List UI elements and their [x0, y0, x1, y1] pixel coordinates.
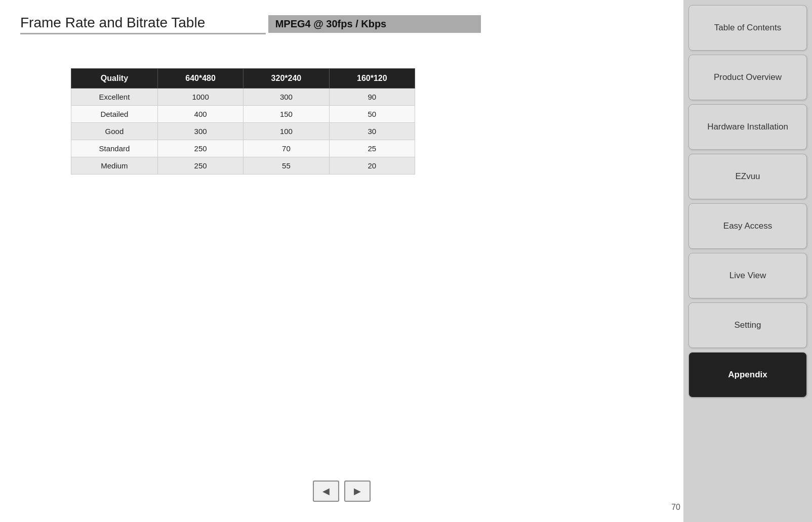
table-row: Good30010030 [71, 123, 415, 140]
main-content: Frame Rate and Bitrate Table MPEG4 @ 30f… [0, 0, 683, 522]
table-cell: Detailed [71, 106, 158, 123]
table-cell: Medium [71, 157, 158, 175]
sidebar: Table of ContentsProduct OverviewHardwar… [683, 0, 812, 522]
prev-button[interactable]: ◀ [313, 481, 339, 502]
table-row: Standard2507025 [71, 140, 415, 157]
sidebar-btn-hardware-installation[interactable]: Hardware Installation [688, 104, 807, 150]
sidebar-btn-appendix[interactable]: Appendix [688, 352, 807, 398]
nav-buttons: ◀ ▶ [313, 481, 371, 502]
sidebar-btn-label-setting: Setting [735, 320, 761, 331]
sidebar-btn-live-view[interactable]: Live View [688, 253, 807, 298]
table-cell: 55 [243, 157, 329, 175]
table-cell: 30 [329, 123, 415, 140]
table-cell: Excellent [71, 89, 158, 106]
col-header-quality: Quality [71, 69, 158, 89]
table-row: Detailed40015050 [71, 106, 415, 123]
page-title: Frame Rate and Bitrate Table [20, 15, 266, 34]
subtitle-bar: MPEG4 @ 30fps / Kbps [268, 15, 481, 33]
table-cell: 300 [243, 89, 329, 106]
table-cell: 90 [329, 89, 415, 106]
table-row: Excellent100030090 [71, 89, 415, 106]
table-cell: 400 [157, 106, 243, 123]
table-cell: 70 [243, 140, 329, 157]
sidebar-btn-label-appendix: Appendix [728, 369, 767, 380]
table-cell: 50 [329, 106, 415, 123]
sidebar-btn-label-product-overview: Product Overview [714, 72, 782, 83]
table-cell: 100 [243, 123, 329, 140]
sidebar-btn-table-of-contents[interactable]: Table of Contents [688, 5, 807, 51]
table-cell: 150 [243, 106, 329, 123]
col-header-160: 160*120 [329, 69, 415, 89]
sidebar-btn-label-ezvuu: EZvuu [735, 171, 760, 182]
col-header-320: 320*240 [243, 69, 329, 89]
col-header-640: 640*480 [157, 69, 243, 89]
table-cell: 20 [329, 157, 415, 175]
next-button[interactable]: ▶ [344, 481, 371, 502]
table-cell: 250 [157, 140, 243, 157]
sidebar-btn-label-easy-access: Easy Access [723, 221, 772, 232]
sidebar-btn-easy-access[interactable]: Easy Access [688, 203, 807, 249]
page-number: 70 [671, 503, 680, 512]
table-cell: 1000 [157, 89, 243, 106]
sidebar-btn-label-table-of-contents: Table of Contents [714, 22, 781, 33]
table-cell: 25 [329, 140, 415, 157]
table-cell: Standard [71, 140, 158, 157]
table-container: Quality 640*480 320*240 160*120 Excellen… [71, 68, 663, 175]
sidebar-btn-product-overview[interactable]: Product Overview [688, 55, 807, 100]
table-cell: Good [71, 123, 158, 140]
bitrate-table: Quality 640*480 320*240 160*120 Excellen… [71, 68, 415, 175]
sidebar-btn-ezvuu[interactable]: EZvuu [688, 154, 807, 199]
sidebar-btn-setting[interactable]: Setting [688, 302, 807, 348]
sidebar-btn-label-live-view: Live View [729, 270, 766, 281]
table-cell: 300 [157, 123, 243, 140]
table-cell: 250 [157, 157, 243, 175]
table-row: Medium2505520 [71, 157, 415, 175]
sidebar-btn-label-hardware-installation: Hardware Installation [707, 121, 788, 133]
